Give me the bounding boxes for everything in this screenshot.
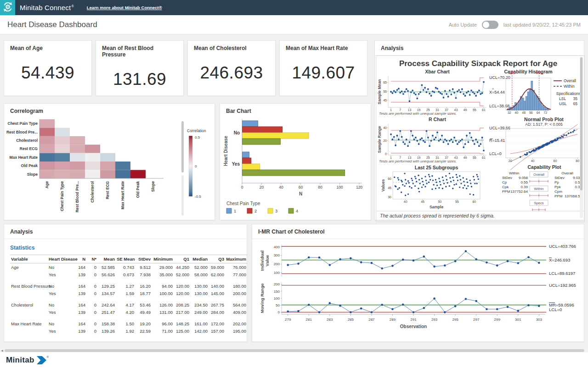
svg-text:297: 297 xyxy=(473,318,480,322)
svg-text:Age: Age xyxy=(45,181,50,189)
svg-text:Yes: Yes xyxy=(232,162,240,167)
svg-text:279: 279 xyxy=(285,318,291,322)
svg-text:1: 1 xyxy=(234,209,236,213)
svg-text:UCL=403.766: UCL=403.766 xyxy=(549,244,576,249)
svg-text:300: 300 xyxy=(274,253,280,257)
kpi-title: Mean of Age xyxy=(4,41,91,51)
svg-text:200: 200 xyxy=(274,262,280,266)
svg-text:20: 20 xyxy=(383,139,387,142)
svg-text:65: 65 xyxy=(573,101,578,106)
svg-text:0: 0 xyxy=(195,164,197,168)
svg-text:AD: 1.517, P: < 0.005: AD: 1.517, P: < 0.005 xyxy=(525,122,563,127)
svg-text:LCL=89.6197: LCL=89.6197 xyxy=(549,271,575,276)
svg-text:Moving Range: Moving Range xyxy=(260,284,265,313)
table-row: Max Heart RateNo1640158.381.5019.2096.00… xyxy=(10,320,247,327)
svg-text:137752.64: 137752.64 xyxy=(510,190,528,194)
svg-text:31: 31 xyxy=(435,156,439,159)
svg-text:USL: USL xyxy=(559,101,567,106)
svg-text:37: 37 xyxy=(445,156,448,159)
correlogram-chart: Chest Pain TypeRest Blood Pre...Choleste… xyxy=(4,115,215,221)
analysis-sixpack-card: Analysis Process Capability Sixpack Repo… xyxy=(374,40,584,220)
auto-update-toggle[interactable] xyxy=(482,21,498,29)
horizontal-scrollbar-thumb[interactable] xyxy=(5,349,584,352)
svg-text:Chest Pain Type: Chest Pain Type xyxy=(226,201,260,206)
minitab-footer-logo: Minitab ® xyxy=(6,356,49,366)
svg-text:Max Heart Rate: Max Heart Rate xyxy=(10,155,38,160)
svg-text:64: 64 xyxy=(537,111,540,114)
table-row: Yes139056.6260.6737.93835.00052.00058.00… xyxy=(10,271,247,278)
brand-title: Minitab Connect® xyxy=(20,4,74,11)
svg-text:Overall: Overall xyxy=(533,173,544,177)
svg-text:61: 61 xyxy=(482,156,486,159)
svg-text:Process Capability Sixpack Rep: Process Capability Sixpack Report for Ag… xyxy=(399,59,557,68)
bar-chart-card: Bar Chart NoYes020406080100120Heart Dise… xyxy=(220,103,371,220)
bar-chart: NoYes020406080100120Heart DiseaseNChest … xyxy=(220,115,372,219)
svg-text:3: 3 xyxy=(275,209,277,213)
svg-text:Cpk: Cpk xyxy=(502,185,509,189)
svg-text:43: 43 xyxy=(454,156,458,159)
svg-text:150: 150 xyxy=(274,290,280,294)
minitab-flag-icon xyxy=(37,356,47,366)
learn-more-link[interactable]: Learn more about Minitab Connect® xyxy=(87,5,162,10)
svg-text:30: 30 xyxy=(388,195,391,199)
svg-text:1: 1 xyxy=(390,108,392,112)
analysis-card-scrollbar[interactable] xyxy=(580,56,583,218)
minitab-wordmark: Minitab xyxy=(6,356,34,365)
svg-text:Value: Value xyxy=(265,255,270,267)
svg-text:1: 1 xyxy=(390,156,392,159)
svg-text:80: 80 xyxy=(318,185,322,190)
svg-text:55: 55 xyxy=(383,90,387,93)
kpi-card-mean-age: Mean of Age 54.439 xyxy=(4,40,92,96)
last-updated-text: last updated 9/20/22, 12:45:23 PM xyxy=(503,22,581,28)
svg-text:285: 285 xyxy=(348,318,354,322)
svg-text:61: 61 xyxy=(482,108,486,112)
svg-text:Cpm: Cpm xyxy=(554,190,562,194)
minitab-connect-logo xyxy=(0,0,15,15)
svg-text:291: 291 xyxy=(410,318,417,322)
card-title: Analysis xyxy=(4,224,247,235)
svg-text:45: 45 xyxy=(388,186,391,190)
svg-text:Chest Pain Type: Chest Pain Type xyxy=(8,121,38,126)
svg-text:289: 289 xyxy=(390,318,396,322)
svg-text:40: 40 xyxy=(383,126,387,129)
svg-text:Rest ECG: Rest ECG xyxy=(106,181,110,199)
svg-text:50: 50 xyxy=(438,200,442,203)
svg-text:100: 100 xyxy=(336,185,343,190)
svg-text:9.058: 9.058 xyxy=(519,176,528,180)
scroll-left-arrow-icon[interactable]: ◀ xyxy=(0,349,4,352)
svg-text:Cholesterol: Cholesterol xyxy=(90,181,95,203)
svg-text:Within: Within xyxy=(564,84,575,89)
svg-text:0.55: 0.55 xyxy=(520,180,528,184)
svg-text:Last 25 Subgroups: Last 25 Subgroups xyxy=(415,165,458,170)
svg-text:Cp: Cp xyxy=(502,180,507,184)
svg-text:X=246.693: X=246.693 xyxy=(549,257,570,262)
svg-text:UCL=192.965: UCL=192.965 xyxy=(549,283,576,288)
svg-text:80: 80 xyxy=(576,159,579,162)
svg-text:72: 72 xyxy=(543,111,547,114)
kpi-title: Mean of Max Heart Rate xyxy=(280,41,367,51)
svg-text:R=15.41: R=15.41 xyxy=(489,138,505,143)
table-row: Rest Blood PressureNo1640129.251.2716.20… xyxy=(10,282,247,290)
svg-text:Slope: Slope xyxy=(27,172,38,177)
svg-text:19: 19 xyxy=(417,108,421,112)
imr-chart-card: I-MR Chart of Cholesterol 100200300400In… xyxy=(252,224,584,342)
svg-text:Individual: Individual xyxy=(260,251,265,271)
svg-text:MR=59.0596: MR=59.0596 xyxy=(549,302,574,307)
svg-text:7: 7 xyxy=(399,156,401,159)
svg-text:LCL=0: LCL=0 xyxy=(549,307,562,312)
statistics-section-title: Statistics xyxy=(4,239,247,251)
svg-text:48: 48 xyxy=(522,111,526,114)
svg-text:303: 303 xyxy=(536,318,543,322)
kpi-title: Mean of Cholesterol xyxy=(188,41,275,51)
svg-text:LCL=38.68: LCL=38.68 xyxy=(489,104,509,108)
svg-text:4: 4 xyxy=(296,209,298,213)
svg-text:Chest Pain Type: Chest Pain Type xyxy=(60,181,65,212)
svg-text:56: 56 xyxy=(529,111,533,114)
svg-text:Overall: Overall xyxy=(561,171,573,175)
kpi-value: 246.693 xyxy=(188,63,275,83)
svg-text:Specs: Specs xyxy=(534,201,544,205)
svg-text:Heart Disease: Heart Disease xyxy=(223,135,228,166)
horizontal-scrollbar[interactable]: ◀ xyxy=(0,349,588,352)
svg-text:200: 200 xyxy=(274,282,280,286)
svg-text:Cholesterol: Cholesterol xyxy=(16,138,38,143)
